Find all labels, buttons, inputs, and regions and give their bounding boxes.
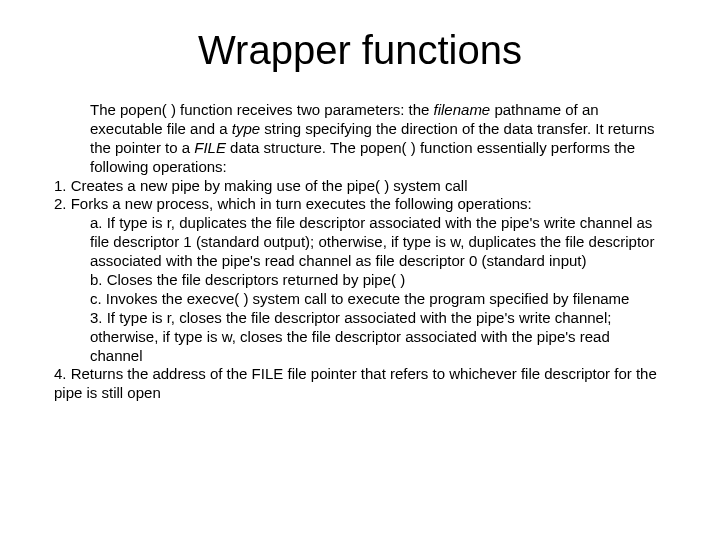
step-1: 1. Creates a new pipe by making use of t… xyxy=(54,177,666,196)
intro-italic-file: FILE xyxy=(194,139,226,156)
step-2: 2. Forks a new process, which in turn ex… xyxy=(54,195,666,214)
intro-paragraph: The popen( ) function receives two param… xyxy=(54,101,666,177)
step-2a: a. If type is r, duplicates the file des… xyxy=(54,214,666,271)
intro-italic-filename: filename xyxy=(434,101,491,118)
step-4: 4. Returns the address of the FILE file … xyxy=(54,365,666,403)
slide-title: Wrapper functions xyxy=(54,28,666,73)
step-3: 3. If type is r, closes the file descrip… xyxy=(54,309,666,366)
slide-body: The popen( ) function receives two param… xyxy=(54,101,666,403)
step-2b: b. Closes the file descriptors returned … xyxy=(54,271,666,290)
intro-italic-type: type xyxy=(232,120,260,137)
intro-text-a: The popen( ) function receives two param… xyxy=(90,101,434,118)
step-2c: c. Invokes the execve( ) system call to … xyxy=(54,290,666,309)
slide: Wrapper functions The popen( ) function … xyxy=(0,0,720,540)
